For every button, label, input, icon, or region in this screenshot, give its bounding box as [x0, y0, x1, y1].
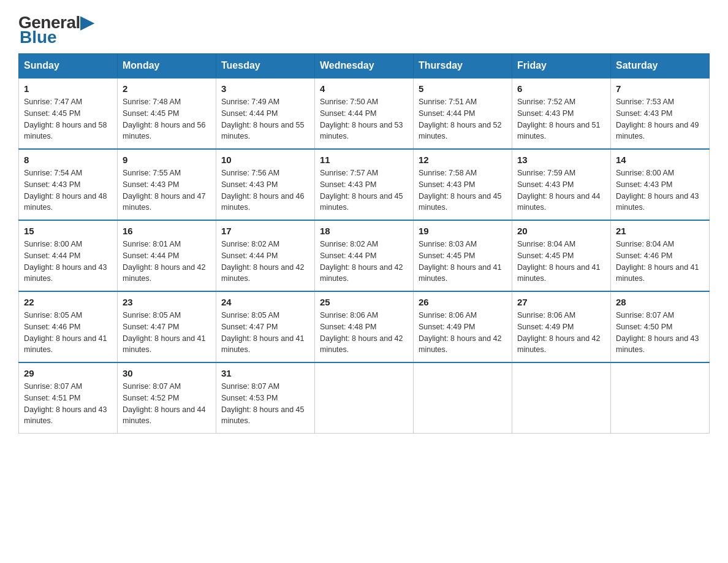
calendar-header-monday: Monday [118, 54, 216, 79]
day-number: 18 [320, 226, 408, 236]
calendar-cell: 23 Sunrise: 8:05 AM Sunset: 4:47 PM Dayl… [118, 291, 216, 362]
day-number: 10 [221, 155, 309, 165]
day-info: Sunrise: 8:01 AM Sunset: 4:44 PM Dayligh… [123, 239, 211, 285]
day-number: 28 [616, 297, 704, 307]
day-info: Sunrise: 8:04 AM Sunset: 4:46 PM Dayligh… [616, 239, 704, 285]
calendar-cell: 9 Sunrise: 7:55 AM Sunset: 4:43 PM Dayli… [118, 149, 216, 220]
calendar-cell: 2 Sunrise: 7:48 AM Sunset: 4:45 PM Dayli… [118, 78, 216, 149]
calendar-table: SundayMondayTuesdayWednesdayThursdayFrid… [18, 53, 710, 434]
calendar-cell [611, 362, 710, 434]
day-number: 31 [221, 368, 309, 378]
calendar-cell: 22 Sunrise: 8:05 AM Sunset: 4:46 PM Dayl… [19, 291, 118, 362]
calendar-cell: 7 Sunrise: 7:53 AM Sunset: 4:43 PM Dayli… [611, 78, 710, 149]
day-info: Sunrise: 8:05 AM Sunset: 4:46 PM Dayligh… [24, 310, 112, 356]
calendar-cell: 6 Sunrise: 7:52 AM Sunset: 4:43 PM Dayli… [512, 78, 611, 149]
day-number: 20 [517, 226, 605, 236]
calendar-cell: 15 Sunrise: 8:00 AM Sunset: 4:44 PM Dayl… [19, 220, 118, 291]
day-number: 3 [221, 83, 309, 94]
page-header: General▶ Blue [18, 12, 710, 47]
day-number: 29 [24, 368, 112, 378]
calendar-header-sunday: Sunday [19, 54, 118, 79]
calendar-cell [512, 362, 611, 434]
calendar-header-wednesday: Wednesday [315, 54, 414, 79]
calendar-cell: 17 Sunrise: 8:02 AM Sunset: 4:44 PM Dayl… [216, 220, 315, 291]
calendar-cell: 25 Sunrise: 8:06 AM Sunset: 4:48 PM Dayl… [315, 291, 414, 362]
day-info: Sunrise: 7:58 AM Sunset: 4:43 PM Dayligh… [419, 167, 507, 213]
day-number: 15 [24, 226, 112, 236]
calendar-cell: 29 Sunrise: 8:07 AM Sunset: 4:51 PM Dayl… [19, 362, 118, 434]
day-number: 4 [320, 83, 408, 94]
logo: General▶ Blue [18, 12, 93, 47]
calendar-cell [315, 362, 414, 434]
day-number: 11 [320, 155, 408, 165]
day-info: Sunrise: 7:51 AM Sunset: 4:44 PM Dayligh… [419, 96, 507, 142]
day-number: 24 [221, 297, 309, 307]
calendar-cell: 26 Sunrise: 8:06 AM Sunset: 4:49 PM Dayl… [414, 291, 512, 362]
calendar-cell: 21 Sunrise: 8:04 AM Sunset: 4:46 PM Dayl… [611, 220, 710, 291]
day-info: Sunrise: 8:05 AM Sunset: 4:47 PM Dayligh… [221, 310, 309, 356]
day-info: Sunrise: 7:53 AM Sunset: 4:43 PM Dayligh… [616, 96, 704, 142]
day-info: Sunrise: 7:48 AM Sunset: 4:45 PM Dayligh… [123, 96, 211, 142]
day-number: 17 [221, 226, 309, 236]
calendar-week-row: 29 Sunrise: 8:07 AM Sunset: 4:51 PM Dayl… [19, 362, 710, 434]
calendar-header-row: SundayMondayTuesdayWednesdayThursdayFrid… [19, 54, 710, 79]
calendar-cell: 14 Sunrise: 8:00 AM Sunset: 4:43 PM Dayl… [611, 149, 710, 220]
calendar-cell: 5 Sunrise: 7:51 AM Sunset: 4:44 PM Dayli… [414, 78, 512, 149]
calendar-header-saturday: Saturday [611, 54, 710, 79]
day-number: 21 [616, 226, 704, 236]
day-info: Sunrise: 7:54 AM Sunset: 4:43 PM Dayligh… [24, 167, 112, 213]
day-number: 13 [517, 155, 605, 165]
calendar-cell: 18 Sunrise: 8:02 AM Sunset: 4:44 PM Dayl… [315, 220, 414, 291]
calendar-cell: 3 Sunrise: 7:49 AM Sunset: 4:44 PM Dayli… [216, 78, 315, 149]
calendar-week-row: 8 Sunrise: 7:54 AM Sunset: 4:43 PM Dayli… [19, 149, 710, 220]
calendar-week-row: 22 Sunrise: 8:05 AM Sunset: 4:46 PM Dayl… [19, 291, 710, 362]
day-number: 23 [123, 297, 211, 307]
calendar-cell: 28 Sunrise: 8:07 AM Sunset: 4:50 PM Dayl… [611, 291, 710, 362]
calendar-cell: 24 Sunrise: 8:05 AM Sunset: 4:47 PM Dayl… [216, 291, 315, 362]
day-number: 1 [24, 83, 112, 94]
day-info: Sunrise: 8:02 AM Sunset: 4:44 PM Dayligh… [221, 239, 309, 285]
day-info: Sunrise: 7:55 AM Sunset: 4:43 PM Dayligh… [123, 167, 211, 213]
day-number: 16 [123, 226, 211, 236]
calendar-cell: 20 Sunrise: 8:04 AM Sunset: 4:45 PM Dayl… [512, 220, 611, 291]
day-info: Sunrise: 8:06 AM Sunset: 4:49 PM Dayligh… [517, 310, 605, 356]
day-info: Sunrise: 8:06 AM Sunset: 4:48 PM Dayligh… [320, 310, 408, 356]
day-number: 8 [24, 155, 112, 165]
day-info: Sunrise: 7:59 AM Sunset: 4:43 PM Dayligh… [517, 167, 605, 213]
calendar-header-thursday: Thursday [414, 54, 512, 79]
day-info: Sunrise: 8:07 AM Sunset: 4:51 PM Dayligh… [24, 381, 112, 427]
day-info: Sunrise: 8:00 AM Sunset: 4:44 PM Dayligh… [24, 239, 112, 285]
day-info: Sunrise: 7:50 AM Sunset: 4:44 PM Dayligh… [320, 96, 408, 142]
calendar-cell: 4 Sunrise: 7:50 AM Sunset: 4:44 PM Dayli… [315, 78, 414, 149]
day-info: Sunrise: 8:02 AM Sunset: 4:44 PM Dayligh… [320, 239, 408, 285]
day-number: 26 [419, 297, 507, 307]
calendar-cell [414, 362, 512, 434]
day-info: Sunrise: 8:06 AM Sunset: 4:49 PM Dayligh… [419, 310, 507, 356]
day-info: Sunrise: 7:56 AM Sunset: 4:43 PM Dayligh… [221, 167, 309, 213]
calendar-cell: 1 Sunrise: 7:47 AM Sunset: 4:45 PM Dayli… [19, 78, 118, 149]
day-number: 19 [419, 226, 507, 236]
day-info: Sunrise: 8:07 AM Sunset: 4:53 PM Dayligh… [221, 381, 309, 427]
day-info: Sunrise: 7:57 AM Sunset: 4:43 PM Dayligh… [320, 167, 408, 213]
calendar-cell: 27 Sunrise: 8:06 AM Sunset: 4:49 PM Dayl… [512, 291, 611, 362]
day-number: 9 [123, 155, 211, 165]
day-number: 12 [419, 155, 507, 165]
calendar-week-row: 15 Sunrise: 8:00 AM Sunset: 4:44 PM Dayl… [19, 220, 710, 291]
day-info: Sunrise: 8:03 AM Sunset: 4:45 PM Dayligh… [419, 239, 507, 285]
day-info: Sunrise: 7:52 AM Sunset: 4:43 PM Dayligh… [517, 96, 605, 142]
calendar-cell: 19 Sunrise: 8:03 AM Sunset: 4:45 PM Dayl… [414, 220, 512, 291]
calendar-cell: 10 Sunrise: 7:56 AM Sunset: 4:43 PM Dayl… [216, 149, 315, 220]
calendar-cell: 13 Sunrise: 7:59 AM Sunset: 4:43 PM Dayl… [512, 149, 611, 220]
day-number: 7 [616, 83, 704, 94]
calendar-cell: 30 Sunrise: 8:07 AM Sunset: 4:52 PM Dayl… [118, 362, 216, 434]
day-info: Sunrise: 8:00 AM Sunset: 4:43 PM Dayligh… [616, 167, 704, 213]
calendar-week-row: 1 Sunrise: 7:47 AM Sunset: 4:45 PM Dayli… [19, 78, 710, 149]
day-number: 14 [616, 155, 704, 165]
day-number: 5 [419, 83, 507, 94]
logo-blue-text: Blue [18, 28, 57, 47]
day-number: 30 [123, 368, 211, 378]
day-number: 25 [320, 297, 408, 307]
day-number: 2 [123, 83, 211, 94]
day-info: Sunrise: 8:07 AM Sunset: 4:50 PM Dayligh… [616, 310, 704, 356]
day-info: Sunrise: 7:47 AM Sunset: 4:45 PM Dayligh… [24, 96, 112, 142]
